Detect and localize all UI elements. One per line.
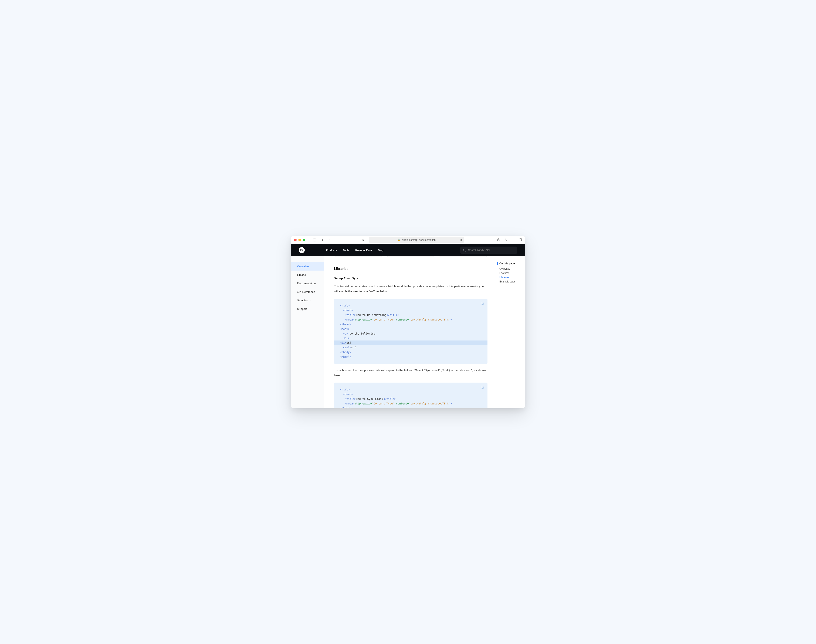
copy-icon[interactable] — [481, 302, 484, 305]
close-icon[interactable] — [294, 239, 297, 241]
search-input[interactable] — [468, 249, 515, 251]
new-tab-icon[interactable] — [511, 238, 515, 242]
tabs-icon[interactable] — [519, 238, 522, 242]
sidebar-item-api[interactable]: API Reference — [291, 288, 324, 296]
copy-icon[interactable] — [481, 386, 484, 389]
sidebar-item-samples[interactable]: Samples⌄ — [291, 296, 324, 305]
svg-line-8 — [465, 251, 465, 251]
sidebar-toggle-icon[interactable] — [313, 238, 316, 242]
titlebar: 🔒 niddle.com/api-documentation — [291, 236, 525, 244]
svg-rect-10 — [481, 302, 483, 304]
nav-tools[interactable]: Tools — [343, 249, 349, 252]
paragraph: ...which, when the user presses Tab, wil… — [334, 368, 487, 378]
site-header: Products Tools Release Date Blog — [291, 244, 525, 256]
search-box[interactable] — [460, 247, 517, 254]
url-bar[interactable]: 🔒 niddle.com/api-documentation — [369, 237, 464, 243]
main-content: preferences. and optimize the flow of wo… — [324, 256, 497, 408]
share-icon[interactable] — [504, 238, 507, 242]
url-text: niddle.com/api-documentation — [402, 238, 436, 241]
download-icon[interactable] — [497, 238, 500, 242]
main-nav: Products Tools Release Date Blog — [326, 249, 383, 252]
toc-item-overview[interactable]: Overview — [498, 267, 522, 271]
forward-icon[interactable] — [327, 238, 331, 242]
svg-point-7 — [463, 249, 465, 251]
toc-item-libraries[interactable]: Libraries — [498, 275, 522, 279]
svg-rect-6 — [519, 239, 521, 241]
feature-card: and optimize the flow of work. — [387, 256, 435, 257]
back-icon[interactable] — [321, 238, 324, 242]
sidebar-item-guides[interactable]: Guides — [291, 271, 324, 279]
nav-blog[interactable]: Blog — [378, 249, 383, 252]
code-block: <html> <head> <title>How to Sync Email</… — [334, 383, 487, 408]
toc-item-features[interactable]: Features — [498, 271, 522, 275]
browser-window: 🔒 niddle.com/api-documentation Products … — [291, 236, 525, 408]
feature-card: preferences. — [334, 256, 383, 257]
toc: On this page Overview Features Libraries… — [497, 256, 525, 408]
nav-products[interactable]: Products — [326, 249, 337, 252]
maximize-icon[interactable] — [303, 239, 305, 241]
paragraph: This tutorial demonstrates how to create… — [334, 284, 487, 294]
sidebar-item-support[interactable]: Support — [291, 305, 324, 313]
section-heading: Libraries — [334, 267, 487, 271]
svg-rect-0 — [313, 239, 316, 241]
svg-rect-12 — [481, 386, 483, 388]
sidebar-item-docs[interactable]: Documentation — [291, 279, 324, 288]
search-icon — [463, 249, 466, 252]
logo[interactable] — [299, 247, 305, 253]
feature-card: device and email clients — [439, 256, 487, 257]
lock-icon: 🔒 — [397, 238, 400, 241]
sub-heading: Set up Email Sync — [334, 277, 487, 280]
minimize-icon[interactable] — [299, 239, 301, 241]
sidebar: Overview Guides Documentation API Refere… — [291, 256, 324, 408]
toc-item-examples[interactable]: Example apps — [498, 279, 522, 284]
code-block: <html> <head> <title>How to Do something… — [334, 299, 487, 364]
nav-release[interactable]: Release Date — [355, 249, 372, 252]
toc-heading: On this page — [497, 262, 522, 265]
traffic-lights — [294, 239, 305, 241]
refresh-icon[interactable] — [459, 238, 462, 242]
chevron-down-icon: ⌄ — [309, 299, 311, 302]
shield-icon[interactable] — [361, 238, 364, 242]
sidebar-item-overview[interactable]: Overview — [291, 262, 324, 271]
